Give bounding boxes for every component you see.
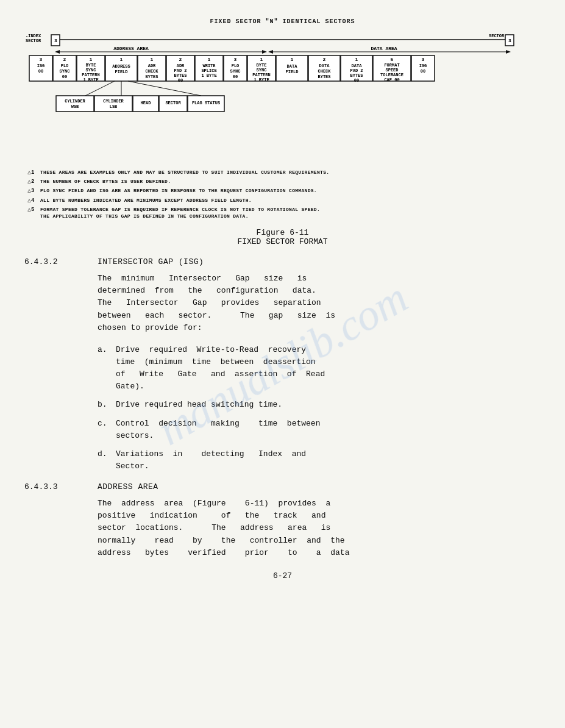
svg-text:3: 3 [40, 57, 43, 62]
section-title-6433: ADDRESS AREA [98, 482, 158, 491]
list-letter-d: d. [98, 448, 116, 473]
svg-text:BYTES: BYTES [350, 73, 363, 78]
sector-diagram: -INDEX SECTOR SECTOR 3 3 ADDRESS AREA DA… [24, 29, 541, 151]
svg-text:CHECK: CHECK [145, 69, 158, 74]
list-item-a: a. Drive required Write-to-Read recovery… [98, 344, 541, 393]
svg-text:00: 00 [354, 78, 359, 83]
svg-text:ISG: ISG [37, 63, 45, 68]
svg-text:00: 00 [421, 69, 425, 74]
svg-text:ADDRESS  AREA: ADDRESS AREA [113, 46, 149, 51]
svg-text:SYNC: SYNC [86, 68, 96, 73]
svg-text:ISG: ISG [419, 63, 427, 68]
svg-text:00: 00 [62, 74, 67, 79]
note-text-5: FORMAT SPEED TOLERANCE GAP IS REQUIRED I… [40, 206, 541, 219]
svg-marker-13 [268, 50, 273, 54]
section-heading-6432: 6.4.3.2 INTERSECTOR GAP (ISG) [24, 257, 541, 266]
svg-text:DATA: DATA [319, 63, 330, 68]
svg-text:1 BYTE: 1 BYTE [254, 77, 269, 82]
list-content-a: Drive required Write-to-Read recovery ti… [116, 344, 541, 393]
svg-text:00: 00 [38, 69, 43, 74]
svg-text:PATTERN: PATTERN [82, 73, 99, 77]
svg-text:2: 2 [323, 57, 326, 62]
svg-text:SPLICE: SPLICE [201, 68, 216, 73]
svg-text:1: 1 [90, 57, 93, 62]
svg-text:HEAD: HEAD [141, 101, 151, 105]
section-number-6433: 6.4.3.3 [24, 482, 98, 491]
svg-text:2: 2 [179, 57, 182, 62]
list-letter-a: a. [98, 344, 116, 393]
list-content-b: Drive required head switching time. [116, 399, 541, 411]
note-text-1: THESE AREAS ARE EXAMPLES ONLY AND MAY BE… [40, 169, 541, 176]
svg-text:PATTERN: PATTERN [252, 73, 270, 77]
svg-text:DATA: DATA [352, 63, 363, 68]
svg-text:FIELD: FIELD [115, 70, 127, 74]
list-item-c: c. Control decision making time between … [98, 418, 541, 442]
note-triangle-3: △3 [24, 187, 38, 194]
svg-text:PLO: PLO [61, 63, 69, 68]
svg-line-88 [128, 81, 201, 96]
svg-text:CYLINDER: CYLINDER [65, 99, 85, 104]
list-item-b: b. Drive required head switching time. [98, 399, 541, 411]
note-text-4: ALL BYTE NUMBERS INDICATED ARE MINIMUMS … [40, 197, 541, 204]
svg-text:2: 2 [63, 57, 66, 62]
svg-text:CYLINDER: CYLINDER [103, 99, 124, 104]
svg-text:1 BYTE: 1 BYTE [83, 77, 98, 82]
section-list-6432: a. Drive required Write-to-Read recovery… [98, 344, 541, 473]
svg-text:FIELD: FIELD [285, 70, 298, 74]
svg-text:PLO: PLO [232, 63, 240, 68]
svg-text:SYNC: SYNC [257, 68, 267, 73]
list-content-c: Control decision making time between sec… [116, 418, 541, 442]
svg-text:BYTE: BYTE [86, 63, 96, 68]
svg-text:BYTES: BYTES [174, 73, 187, 78]
svg-text:WRITE: WRITE [202, 63, 215, 68]
svg-text:FORMAT: FORMAT [384, 63, 399, 68]
section-body-6433: The address area (Figure 6-11) provides … [98, 498, 541, 559]
note-text-3: PLO SYNC FIELD AND ISG ARE AS REPORTED I… [40, 187, 541, 194]
diagram-container: FIXED SECTOR "N" IDENTICAL SECTORS -INDE… [24, 18, 541, 158]
svg-text:LSB: LSB [110, 104, 118, 109]
notes-section: △1 THESE AREAS ARE EXAMPLES ONLY AND MAY… [24, 169, 541, 219]
section-heading-6433: 6.4.3.3 ADDRESS AREA [24, 482, 541, 491]
svg-text:-INDEX: -INDEX [26, 34, 41, 38]
note-1: △1 THESE AREAS ARE EXAMPLES ONLY AND MAY… [24, 169, 541, 176]
svg-text:3: 3 [422, 57, 425, 62]
note-triangle-4: △4 [24, 197, 38, 204]
svg-text:1: 1 [355, 57, 358, 62]
svg-text:CHECK: CHECK [318, 69, 331, 74]
figure-label: Figure 6-11 [24, 228, 541, 237]
note-2: △2 THE NUMBER OF CHECK BYTES IS USER DEF… [24, 178, 541, 185]
note-triangle-1: △1 [24, 169, 38, 176]
svg-text:3: 3 [508, 38, 511, 43]
list-letter-b: b. [98, 399, 116, 411]
svg-marker-14 [506, 50, 511, 54]
section-number-6432: 6.4.3.2 [24, 257, 98, 266]
note-triangle-2: △2 [24, 178, 38, 185]
svg-text:SYNC: SYNC [60, 69, 70, 74]
note-5: △5 FORMAT SPEED TOLERANCE GAP IS REQUIRE… [24, 206, 541, 219]
svg-text:FLAG STATUS: FLAG STATUS [192, 101, 220, 105]
svg-marker-9 [55, 50, 60, 54]
page-number: 6-27 [24, 571, 541, 580]
svg-text:1: 1 [120, 57, 123, 62]
svg-text:1: 1 [260, 57, 263, 62]
svg-text:DATA  AREA: DATA AREA [371, 46, 397, 51]
section-6433: 6.4.3.3 ADDRESS AREA The address area (F… [24, 482, 541, 559]
svg-text:SPEED: SPEED [385, 68, 398, 73]
diagram-title: FIXED SECTOR "N" IDENTICAL SECTORS [24, 18, 541, 25]
figure-title: FIXED SECTOR FORMAT [24, 237, 541, 246]
list-item-d: d. Variations in detecting Index and Sec… [98, 448, 541, 473]
svg-text:BYTES: BYTES [318, 74, 330, 79]
svg-rect-90 [56, 96, 94, 112]
section-title-6432: INTERSECTOR GAP (ISG) [98, 257, 204, 266]
svg-line-87 [85, 81, 115, 96]
note-triangle-5: △5 [24, 206, 38, 213]
svg-text:ADR: ADR [148, 63, 156, 68]
svg-text:3: 3 [54, 38, 57, 43]
svg-text:1: 1 [151, 57, 154, 62]
svg-text:SECTOR: SECTOR [26, 38, 41, 43]
svg-text:ADDRESS: ADDRESS [112, 64, 130, 69]
svg-text:BYTE: BYTE [257, 63, 267, 68]
svg-text:SYNC: SYNC [230, 69, 241, 74]
svg-text:WSB: WSB [71, 104, 79, 109]
note-4: △4 ALL BYTE NUMBERS INDICATED ARE MINIMU… [24, 197, 541, 204]
